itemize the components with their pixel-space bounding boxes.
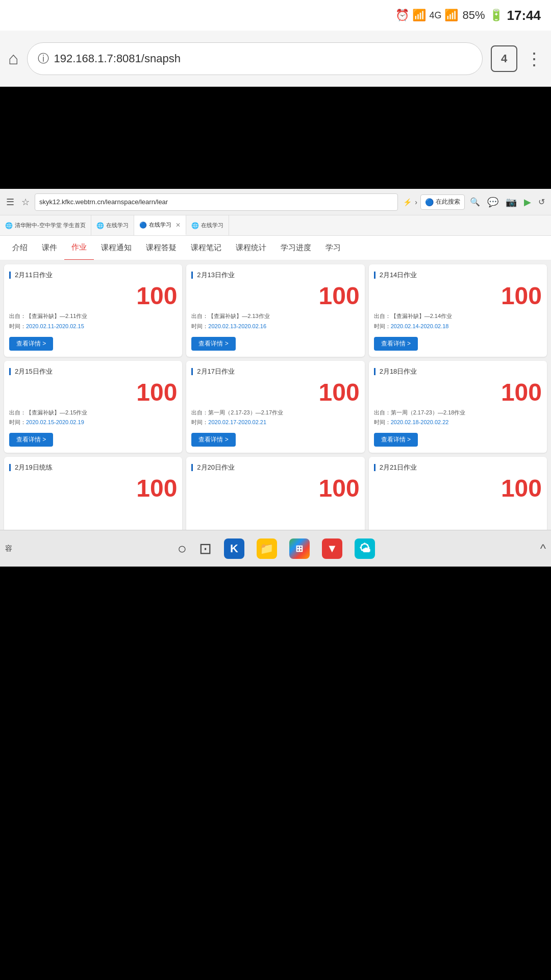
hw-title-6: 2月19日统练 bbox=[9, 463, 53, 472]
taskbar: 容 ○ ⊡ K 📁 ⊞ ▼ 🌤 ^ bbox=[0, 530, 551, 567]
status-icons: ⏰ 📶 4G 📶 bbox=[395, 9, 458, 22]
nav-intro[interactable]: 介绍 bbox=[5, 236, 35, 260]
refresh-icon[interactable]: ↺ bbox=[536, 196, 547, 208]
browser-menu-button[interactable]: ⋮ bbox=[525, 48, 543, 69]
hw-detail-btn-4[interactable]: 查看详情 > bbox=[191, 433, 235, 447]
tab-item-home[interactable]: 🌐 清华附中-空中学堂 学生首页 bbox=[0, 215, 91, 235]
play-icon[interactable]: ▶ bbox=[522, 195, 533, 209]
hw-score-0: 100 bbox=[9, 284, 177, 308]
hw-score-1: 100 bbox=[191, 284, 359, 308]
nav-courseware[interactable]: 课件 bbox=[35, 236, 64, 260]
nav-homework[interactable]: 作业 bbox=[64, 236, 94, 260]
pocket-app-icon: ▼ bbox=[322, 538, 342, 559]
nav-progress[interactable]: 学习进度 bbox=[273, 236, 318, 260]
hw-title-bar-8 bbox=[374, 464, 375, 471]
inner-lightning-icon: ⚡ bbox=[403, 198, 412, 206]
hw-meta-2: 出自：【查漏补缺】—2.14作业 时间：2020.02.14-2020.02.1… bbox=[374, 311, 542, 332]
inner-toolbar-actions: 🔵 在此搜索 🔍 💬 📷 ▶ ↺ bbox=[420, 194, 547, 210]
search-icon[interactable]: 🔍 bbox=[468, 196, 482, 208]
hw-title-7: 2月20日作业 bbox=[191, 463, 235, 472]
signal-bars: 📶 bbox=[444, 9, 458, 22]
hw-title-2: 2月14日作业 bbox=[374, 271, 417, 280]
hw-score-6: 100 bbox=[9, 476, 177, 501]
taskbar-label: 容 bbox=[5, 544, 12, 553]
hw-meta-3: 出自：【查漏补缺】—2.15作业 时间：2020.02.15-2020.02.1… bbox=[9, 408, 177, 428]
hw-score-5: 100 bbox=[374, 380, 542, 405]
tab-item-learning-1[interactable]: 🌐 在线学习 bbox=[91, 215, 134, 235]
hw-score-2: 100 bbox=[374, 284, 542, 308]
tab-count[interactable]: 4 bbox=[491, 45, 517, 72]
hw-card-0: 2月11日作业 100 出自：【查漏补缺】—2.11作业 时间：2020.02.… bbox=[4, 264, 182, 357]
hw-score-7: 100 bbox=[191, 476, 359, 501]
status-bar: ⏰ 📶 4G 📶 85% 🔋 17:44 bbox=[0, 0, 551, 31]
hw-detail-btn-3[interactable]: 查看详情 > bbox=[9, 433, 53, 447]
hw-score-4: 100 bbox=[191, 380, 359, 405]
taskbar-expand-icon[interactable]: ^ bbox=[540, 542, 546, 556]
hw-title-4: 2月17日作业 bbox=[191, 367, 235, 376]
browser-chrome: ⌂ ⓘ 192.168.1.7:8081/snapsh 4 ⋮ bbox=[0, 31, 551, 87]
tab-favicon-1: 🌐 bbox=[96, 222, 104, 229]
hw-title-bar-1 bbox=[191, 272, 193, 279]
home-button[interactable]: ⌂ bbox=[8, 48, 19, 68]
tab-label-2: 在线学习 bbox=[149, 221, 171, 229]
hw-score-8: 100 bbox=[374, 476, 542, 501]
weather-app-icon: 🌤 bbox=[355, 538, 375, 559]
hw-title-1: 2月13日作业 bbox=[191, 271, 235, 280]
inner-address-bar[interactable]: skyk12.kfkc.webtrn.cn/learnspace/learn/l… bbox=[35, 193, 398, 211]
hw-detail-btn-2[interactable]: 查看详情 > bbox=[374, 337, 418, 351]
battery-percentage: 85% bbox=[462, 9, 485, 22]
nav-notice[interactable]: 课程通知 bbox=[94, 236, 139, 260]
taskbar-weather-icon[interactable]: 🌤 bbox=[355, 538, 375, 559]
hw-title-bar-3 bbox=[9, 368, 11, 375]
hw-title-8: 2月21日作业 bbox=[374, 463, 417, 472]
browser-window: ☰ ☆ skyk12.kfkc.webtrn.cn/learnspace/lea… bbox=[0, 189, 551, 561]
tabs-bar: 🌐 清华附中-空中学堂 学生首页 🌐 在线学习 🔵 在线学习 ✕ 🌐 在线学习 bbox=[0, 215, 551, 236]
hw-title-bar-0 bbox=[9, 272, 11, 279]
address-bar[interactable]: ⓘ 192.168.1.7:8081/snapsh bbox=[27, 42, 483, 75]
nav-notes[interactable]: 课程笔记 bbox=[184, 236, 229, 260]
inner-menu-icon[interactable]: ☰ bbox=[4, 195, 16, 209]
hw-detail-btn-5[interactable]: 查看详情 > bbox=[374, 433, 418, 447]
nav-qa[interactable]: 课程答疑 bbox=[139, 236, 184, 260]
tab-label-0: 清华附中-空中学堂 学生首页 bbox=[15, 222, 86, 229]
inner-star-icon[interactable]: ☆ bbox=[19, 195, 32, 209]
kwr-app-icon: K bbox=[224, 538, 244, 559]
inner-toolbar: ☰ ☆ skyk12.kfkc.webtrn.cn/learnspace/lea… bbox=[0, 189, 551, 215]
search-favicon: 🔵 bbox=[425, 198, 434, 206]
wechat-icon[interactable]: 💬 bbox=[485, 195, 500, 209]
taskbar-home-icon[interactable]: ○ bbox=[178, 540, 187, 557]
video-icon[interactable]: 📷 bbox=[504, 195, 519, 209]
hw-card-3: 2月15日作业 100 出自：【查漏补缺】—2.15作业 时间：2020.02.… bbox=[4, 361, 182, 453]
taskbar-icons: ○ ⊡ K 📁 ⊞ ▼ 🌤 bbox=[178, 538, 375, 559]
search-box[interactable]: 🔵 在此搜索 bbox=[420, 194, 465, 210]
hw-detail-btn-1[interactable]: 查看详情 > bbox=[191, 337, 235, 351]
hw-detail-btn-0[interactable]: 查看详情 > bbox=[9, 337, 53, 351]
hw-score-3: 100 bbox=[9, 380, 177, 405]
hw-card-4: 2月17日作业 100 出自：第一周（2.17-23）—2.17作业 时间：20… bbox=[186, 361, 364, 453]
hw-meta-0: 出自：【查漏补缺】—2.11作业 时间：2020.02.11-2020.02.1… bbox=[9, 311, 177, 332]
battery-icon: 🔋 bbox=[489, 9, 503, 22]
hw-meta-4: 出自：第一周（2.17-23）—2.17作业 时间：2020.02.17-202… bbox=[191, 408, 359, 428]
hw-title-bar-7 bbox=[191, 464, 193, 471]
hw-card-5: 2月18日作业 100 出自：第一周（2.17-23）—2.18作业 时间：20… bbox=[369, 361, 547, 453]
taskbar-pocket-icon[interactable]: ▼ bbox=[322, 538, 342, 559]
nav-menu: 介绍 课件 作业 课程通知 课程答疑 课程笔记 课程统计 学习进度 学习 bbox=[0, 236, 551, 260]
nav-study[interactable]: 学习 bbox=[318, 236, 348, 260]
taskbar-kwr-icon[interactable]: K bbox=[224, 538, 244, 559]
tab-item-learning-2[interactable]: 🔵 在线学习 ✕ bbox=[134, 215, 186, 235]
taskbar-recents-icon[interactable]: ⊡ bbox=[199, 540, 212, 557]
signal-icon: 4G bbox=[429, 10, 441, 21]
tab-close-2[interactable]: ✕ bbox=[176, 222, 181, 229]
taskbar-store-icon[interactable]: ⊞ bbox=[289, 538, 310, 559]
hw-meta-5: 出自：第一周（2.17-23）—2.18作业 时间：2020.02.18-202… bbox=[374, 408, 542, 428]
tab-item-learning-3[interactable]: 🌐 在线学习 bbox=[186, 215, 229, 235]
store-app-icon: ⊞ bbox=[289, 538, 310, 559]
tab-favicon-2: 🔵 bbox=[139, 222, 147, 229]
hw-card-2: 2月14日作业 100 出自：【查漏补缺】—2.14作业 时间：2020.02.… bbox=[369, 264, 547, 357]
hw-title-5: 2月18日作业 bbox=[374, 367, 417, 376]
tab-favicon-0: 🌐 bbox=[5, 222, 13, 229]
address-text: 192.168.1.7:8081/snapsh bbox=[54, 52, 472, 65]
nav-stats[interactable]: 课程统计 bbox=[229, 236, 273, 260]
taskbar-files-icon[interactable]: 📁 bbox=[257, 538, 277, 559]
inner-address-text: skyk12.kfkc.webtrn.cn/learnspace/learn/l… bbox=[39, 198, 168, 206]
